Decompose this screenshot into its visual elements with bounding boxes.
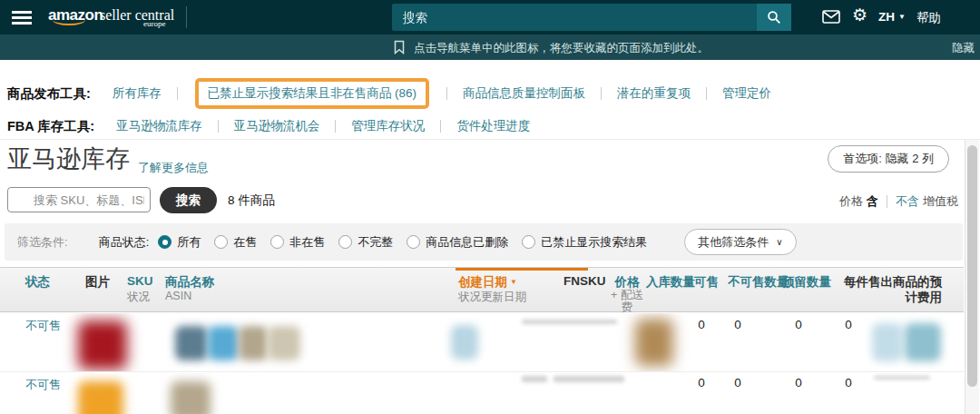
col-product-name[interactable]: 商品名称 <box>165 274 214 291</box>
radio-icon[interactable] <box>338 235 352 249</box>
nav-separator <box>177 87 178 100</box>
status-filter-label: 商品状态: <box>99 234 150 251</box>
redacted-text-strip <box>522 376 547 382</box>
product-image[interactable] <box>78 381 123 414</box>
hide-notice-link[interactable]: 隐藏 <box>952 41 975 56</box>
unsellable-qty-value: 0 <box>792 318 805 331</box>
vat-incl-selected: 含 <box>867 193 878 210</box>
redacted-name-block <box>171 381 211 414</box>
product-image[interactable] <box>78 320 127 370</box>
col-date-sub: 状况更新日期 <box>458 290 526 305</box>
fba-tools-label: FBA 库存工具: <box>7 118 94 135</box>
search-icon <box>767 10 781 25</box>
available-qty-value: 0 <box>731 376 744 389</box>
table-row: 不可售 0 0 0 0 <box>0 313 964 372</box>
nav-separator <box>335 120 336 133</box>
learn-more-link[interactable]: 了解更多信息 <box>138 160 209 176</box>
col-available[interactable]: 可售 <box>694 274 719 291</box>
radio-icon[interactable] <box>522 235 535 249</box>
col-fnsku: FNSKU <box>564 274 606 288</box>
redacted-fee-block <box>905 323 941 361</box>
annotation-highlight-box: 已禁止显示搜索结果且非在售商品 (86) <box>195 78 429 109</box>
top-navigation-bar: amazon seller central europe ⚙ ZH▼ 帮助 <box>0 0 980 34</box>
language-selector[interactable]: ZH▼ <box>878 10 906 24</box>
seller-central-inventory-page: amazon seller central europe ⚙ ZH▼ 帮助 <box>0 0 980 414</box>
nav-all-inventory[interactable]: 所有库存 <box>113 85 162 102</box>
nav-suppressed-inactive-listings[interactable]: 已禁止显示搜索结果且非在售商品 (86) <box>208 85 416 102</box>
col-estimated-fee: 每件售出商品的预计费用 <box>833 274 942 305</box>
vertical-scrollbar[interactable] <box>965 140 979 414</box>
sorted-column-indicator <box>456 268 588 271</box>
radio-icon[interactable] <box>270 235 284 249</box>
table-row: 不可售 0 0 0 0 <box>0 373 964 414</box>
col-price-sub: + 配送费 <box>606 290 648 313</box>
more-filters-button[interactable]: 其他筛选条件 ∨ <box>684 229 796 255</box>
col-reserved-qty[interactable]: 预留数量 <box>782 274 831 291</box>
col-sku[interactable]: SKU <box>127 274 153 288</box>
col-image: 图片 <box>85 274 110 291</box>
nav-listing-quality-dashboard[interactable]: 商品信息质量控制面板 <box>463 85 585 102</box>
nav-fba-inventory[interactable]: 亚马逊物流库存 <box>116 118 202 134</box>
status-link[interactable]: 不可售 <box>25 318 61 334</box>
inbound-qty-value: 0 <box>695 376 708 389</box>
redacted-text-strip <box>522 320 617 324</box>
result-count: 8 件商品 <box>228 192 275 209</box>
col-date-created-sorted[interactable]: 创建日期▼ <box>458 274 517 291</box>
listing-tools-nav: 商品发布工具: 所有库存 已禁止显示搜索结果且非在售商品 (86) 商品信息质量… <box>7 80 771 107</box>
col-status[interactable]: 状态 <box>25 274 50 291</box>
radio-icon[interactable] <box>407 235 420 249</box>
settings-gear-icon[interactable]: ⚙ <box>852 6 867 24</box>
sort-caret-icon: ▼ <box>510 278 517 286</box>
col-unsellable-qty[interactable]: 不可售数量 <box>728 274 789 291</box>
redacted-fee-strip <box>874 376 930 380</box>
col-asin-sub: ASIN <box>165 290 191 302</box>
nav-shipment-progress[interactable]: 货件处理进度 <box>456 118 530 134</box>
redacted-fee-block <box>872 323 903 361</box>
vat-price-toggle: 价格 含 不含 增值税 <box>839 193 958 210</box>
bookmark-icon <box>394 40 405 58</box>
notice-text: 点击导航菜单中的此图标，将您要收藏的页面添加到此处。 <box>414 41 709 56</box>
radio-option-active[interactable]: 在售 <box>214 234 257 251</box>
messages-icon[interactable] <box>822 10 840 27</box>
inventory-search-input[interactable] <box>7 187 151 212</box>
logo-region-text: europe <box>143 19 166 28</box>
nav-separator <box>218 120 219 133</box>
vat-price-label: 价格 <box>839 193 863 210</box>
filters-label: 筛选条件: <box>17 234 68 251</box>
help-link[interactable]: 帮助 <box>916 10 941 26</box>
radio-option-deleted[interactable]: 商品信息已删除 <box>407 234 508 251</box>
scrollbar-thumb[interactable] <box>967 145 977 387</box>
radio-option-all[interactable]: 所有 <box>158 234 201 251</box>
nav-manage-inventory-health[interactable]: 管理库存状况 <box>351 118 425 134</box>
radio-icon[interactable] <box>214 235 228 249</box>
chevron-down-icon: ∨ <box>776 237 782 247</box>
status-link[interactable]: 不可售 <box>25 377 61 393</box>
radio-option-incomplete[interactable]: 不完整 <box>338 234 393 251</box>
nav-potential-duplicates[interactable]: 潜在的重复项 <box>617 85 691 102</box>
redacted-date-block <box>451 325 478 360</box>
redacted-text-strip <box>554 376 624 382</box>
redacted-name-block <box>208 326 239 360</box>
redacted-name-block <box>268 326 300 360</box>
nav-separator <box>446 87 447 100</box>
col-inbound-qty[interactable]: 入库数量 <box>646 274 695 291</box>
radio-option-suppressed[interactable]: 已禁止显示搜索结果 <box>522 234 647 251</box>
preferences-button[interactable]: 首选项: 隐藏 2 列 <box>828 145 949 172</box>
redacted-price-block <box>635 319 673 366</box>
available-qty-value: 0 <box>731 318 744 331</box>
section-divider <box>0 139 980 140</box>
radio-selected-icon[interactable] <box>158 235 172 249</box>
vat-excl-link[interactable]: 不含 <box>896 193 919 210</box>
nav-fba-opportunities[interactable]: 亚马逊物流机会 <box>234 118 320 134</box>
redacted-name-block <box>175 326 208 360</box>
topbar-divider <box>186 6 187 28</box>
inventory-search-button[interactable]: 搜索 <box>160 187 217 213</box>
hamburger-menu-icon[interactable] <box>12 11 32 14</box>
global-search <box>392 4 791 31</box>
inbound-qty-value: 0 <box>695 318 708 331</box>
global-search-input[interactable] <box>392 4 757 31</box>
global-search-button[interactable] <box>757 4 791 31</box>
radio-option-inactive[interactable]: 非在售 <box>270 234 325 251</box>
chevron-down-icon: ▼ <box>898 13 906 21</box>
nav-manage-pricing[interactable]: 管理定价 <box>722 85 771 102</box>
